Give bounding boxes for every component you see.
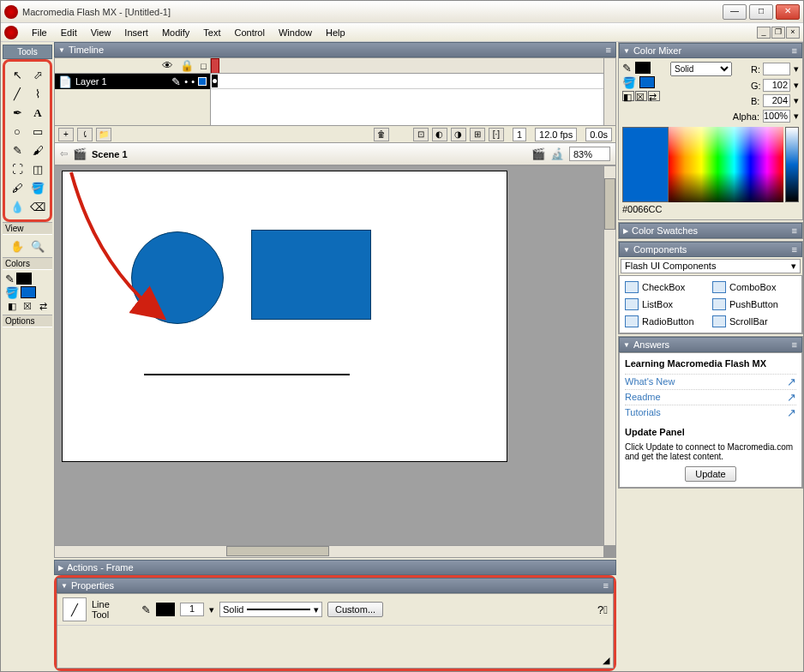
add-guide-layer-button[interactable]: ⤹ (77, 128, 93, 141)
help-icon[interactable]: ?⃝ (597, 604, 608, 615)
free-transform-tool[interactable]: ⛶ (8, 160, 27, 177)
ink-bottle-tool[interactable]: 🖋 (8, 179, 27, 196)
stage-vscroll[interactable] (603, 166, 615, 545)
component-radiobutton[interactable]: RadioButton (625, 315, 709, 327)
link-whats-new[interactable]: What's New↗ (625, 374, 796, 389)
luminance-slider[interactable] (785, 127, 799, 202)
edit-symbol-button[interactable]: 🔬 (550, 148, 564, 159)
default-colors-button[interactable]: ◧ (5, 300, 19, 312)
color-swatches-header[interactable]: ▶Color Swatches≡ (619, 223, 802, 238)
menu-control[interactable]: Control (227, 25, 271, 40)
update-button[interactable]: Update (685, 466, 736, 482)
onion-skin-button[interactable]: ◐ (432, 128, 447, 141)
oval-tool[interactable]: ○ (8, 123, 27, 140)
menu-view[interactable]: View (84, 25, 118, 40)
layer-outline-color[interactable] (198, 77, 207, 86)
color-mixer-header[interactable]: ▼Color Mixer≡ (619, 43, 802, 58)
modify-onion-button[interactable]: [·] (489, 128, 504, 141)
menu-file[interactable]: File (25, 25, 54, 40)
menu-window[interactable]: Window (272, 25, 319, 40)
outline-icon[interactable]: □ (201, 61, 207, 71)
playhead[interactable] (211, 58, 219, 74)
mdi-close-button[interactable]: × (786, 27, 800, 39)
link-tutorials[interactable]: Tutorials↗ (625, 405, 796, 420)
lasso-tool[interactable]: ⌇ (28, 85, 47, 102)
fill-transform-tool[interactable]: ◫ (28, 160, 47, 177)
menu-help[interactable]: Help (319, 25, 352, 40)
timeline-header[interactable]: ▼ Timeline ≡ (54, 42, 616, 57)
onion-outline-button[interactable]: ◑ (451, 128, 466, 141)
default-colors-button[interactable]: ◧ (622, 91, 634, 101)
link-readme[interactable]: Readme↗ (625, 389, 796, 405)
answers-header[interactable]: ▼Answers≡ (619, 337, 802, 352)
paint-bucket-tool[interactable]: 🪣 (28, 179, 47, 196)
zoom-input[interactable] (569, 147, 610, 161)
zoom-tool[interactable]: 🔍 (28, 237, 47, 255)
menu-edit[interactable]: Edit (54, 25, 84, 40)
component-set-select[interactable]: Flash UI Components▾ (621, 259, 801, 273)
pen-tool[interactable]: ✒ (8, 104, 27, 121)
hex-value[interactable]: #0066CC (622, 204, 662, 214)
delete-layer-button[interactable]: 🗑 (374, 128, 389, 141)
mixer-fill-swatch[interactable] (639, 76, 655, 88)
swap-colors-button[interactable]: ⇄ (648, 91, 660, 101)
circle-shape[interactable] (131, 231, 224, 324)
pencil-tool[interactable]: ✎ (8, 141, 27, 159)
component-pushbutton[interactable]: PushButton (712, 298, 796, 310)
timeline-vscroll[interactable] (603, 58, 615, 125)
stage[interactable] (62, 171, 507, 462)
arrow-tool[interactable]: ↖ (8, 66, 27, 83)
custom-stroke-button[interactable]: Custom... (327, 602, 383, 617)
resize-grip-icon[interactable]: ◢ (603, 655, 609, 666)
menu-text[interactable]: Text (196, 25, 227, 40)
eye-icon[interactable]: 👁 (162, 60, 173, 71)
mdi-minimize-button[interactable]: _ (757, 27, 771, 39)
add-layer-button[interactable]: + (58, 128, 74, 141)
center-frame-button[interactable]: ⊡ (413, 128, 429, 141)
stroke-color-swatch[interactable] (16, 273, 32, 285)
rectangle-shape[interactable] (251, 230, 371, 320)
fill-color-swatch[interactable] (21, 286, 36, 298)
back-button[interactable]: ⇦ (60, 148, 68, 159)
no-color-button[interactable]: ☒ (21, 300, 34, 312)
component-listbox[interactable]: ListBox (625, 298, 709, 310)
no-color-button[interactable]: ☒ (635, 91, 647, 101)
eraser-tool[interactable]: ⌫ (28, 198, 47, 215)
line-shape[interactable] (144, 374, 350, 375)
edit-scene-button[interactable]: 🎬 (531, 148, 545, 159)
swap-colors-button[interactable]: ⇄ (36, 300, 50, 312)
alpha-input[interactable]: 100% (763, 110, 790, 123)
panel-menu-icon[interactable]: ≡ (603, 580, 609, 591)
eyedropper-tool[interactable]: 💧 (8, 198, 27, 215)
maximize-button[interactable]: □ (749, 4, 773, 20)
stroke-width-input[interactable]: 1 (180, 603, 204, 616)
actions-header[interactable]: ▶ Actions - Frame (54, 560, 616, 575)
component-combobox[interactable]: ComboBox (712, 281, 796, 293)
stroke-color-swatch[interactable] (156, 603, 175, 616)
hand-tool[interactable]: ✋ (8, 237, 27, 255)
rectangle-tool[interactable]: ▭ (28, 123, 47, 140)
menu-modify[interactable]: Modify (155, 25, 196, 40)
menu-insert[interactable]: Insert (117, 25, 155, 40)
component-checkbox[interactable]: CheckBox (625, 281, 709, 293)
subselect-tool[interactable]: ⬀ (28, 66, 47, 83)
mixer-stroke-swatch[interactable] (635, 62, 651, 74)
keyframe[interactable] (212, 75, 218, 87)
stroke-style-select[interactable]: Solid▾ (219, 602, 322, 617)
minimize-button[interactable]: — (723, 4, 747, 20)
color-picker[interactable] (669, 127, 783, 202)
components-header[interactable]: ▼Components≡ (619, 242, 802, 257)
properties-header[interactable]: ▼ Properties ≡ (57, 578, 614, 593)
add-folder-button[interactable]: 📁 (96, 128, 111, 141)
stage-area[interactable] (55, 166, 603, 545)
panel-menu-icon[interactable]: ≡ (606, 45, 612, 55)
component-scrollbar[interactable]: ScrollBar (712, 315, 796, 327)
stroke-width-stepper[interactable]: ▾ (209, 604, 214, 615)
brush-tool[interactable]: 🖌 (28, 141, 47, 159)
g-input[interactable]: 102 (763, 79, 790, 92)
fill-type-select[interactable]: Solid (670, 62, 732, 76)
text-tool[interactable]: A (28, 104, 47, 121)
stage-hscroll[interactable] (55, 545, 603, 557)
r-input[interactable] (763, 63, 790, 75)
layer-row[interactable]: 📄 Layer 1 ✎ • • (55, 74, 210, 89)
